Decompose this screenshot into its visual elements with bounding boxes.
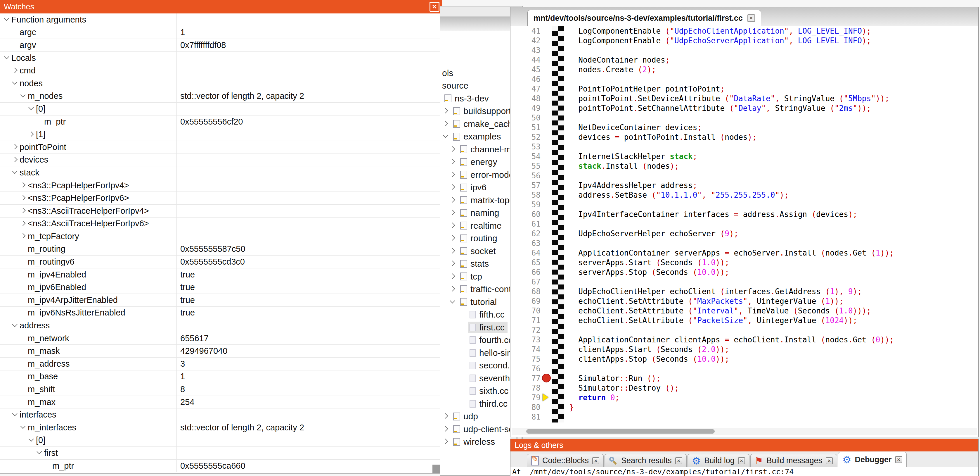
line-number[interactable]: 57: [511, 181, 550, 190]
tree-item-first-cc[interactable]: first.cc: [440, 321, 517, 334]
watch-row[interactable]: nodes: [0, 77, 442, 90]
line-number[interactable]: 47: [511, 85, 550, 93]
line-number[interactable]: 59: [511, 200, 550, 209]
logs-tab-code-blocks[interactable]: ✎Code::Blocks✕: [527, 454, 604, 467]
chevron-down-icon[interactable]: [11, 79, 19, 88]
line-number[interactable]: 41: [511, 27, 550, 35]
chevron-right-icon[interactable]: [449, 145, 460, 153]
tree-item-udp[interactable]: udp: [440, 410, 517, 423]
tree-item-udp-client-server[interactable]: udp-client-server: [440, 423, 517, 436]
line-number[interactable]: 76: [511, 364, 550, 373]
code-line[interactable]: 56: [511, 171, 978, 180]
line-number[interactable]: 54: [511, 152, 550, 161]
tree-item-energy[interactable]: energy: [440, 156, 517, 169]
line-number[interactable]: 78: [511, 383, 550, 392]
chevron-right-icon[interactable]: [442, 412, 453, 420]
code-line[interactable]: 58 address.SetBase ("10.1.1.0", "255.255…: [511, 190, 978, 200]
chevron-down-icon[interactable]: [28, 436, 36, 444]
chevron-right-icon[interactable]: [449, 285, 460, 293]
chevron-right-icon[interactable]: [449, 247, 460, 255]
close-icon[interactable]: ✕: [748, 14, 755, 22]
code-line[interactable]: 67: [511, 277, 978, 286]
logs-tab-build-log[interactable]: ⚙Build log✕: [687, 454, 749, 467]
close-icon[interactable]: ✕: [895, 456, 902, 463]
code-line[interactable]: 42 LogComponentEnable ("UdpEchoServerApp…: [511, 36, 978, 45]
chevron-down-icon[interactable]: [11, 168, 19, 177]
line-number[interactable]: 43: [511, 46, 550, 55]
chevron-right-icon[interactable]: [11, 143, 19, 151]
tree-item-third-cc[interactable]: third.cc: [440, 397, 517, 410]
chevron-down-icon[interactable]: [3, 16, 11, 24]
watch-row[interactable]: [0]: [0, 434, 442, 447]
tree-item-realtime[interactable]: realtime: [440, 219, 517, 232]
tree-item-examples[interactable]: examples: [440, 130, 517, 143]
code-line[interactable]: 74 clientApps.Start (Seconds (2.0));: [511, 344, 978, 354]
tree-item-traffic-control[interactable]: traffic-control: [440, 283, 517, 296]
watch-row[interactable]: m_tcpFactory: [0, 230, 442, 243]
chevron-down-icon[interactable]: [19, 92, 28, 100]
chevron-right-icon[interactable]: [19, 207, 28, 215]
line-number[interactable]: 64: [511, 249, 550, 257]
chevron-right-icon[interactable]: [19, 194, 28, 202]
watch-row[interactable]: argv0x7fffffffdf08: [0, 39, 442, 52]
line-number[interactable]: 62: [511, 229, 550, 238]
line-number[interactable]: 48: [511, 94, 550, 103]
watch-row[interactable]: Locals: [0, 52, 442, 65]
chevron-right-icon[interactable]: [442, 438, 453, 446]
code-line[interactable]: 46: [511, 74, 978, 84]
line-number[interactable]: 75: [511, 355, 550, 363]
tree-item-second-cc[interactable]: second.cc: [440, 359, 517, 372]
watch-row[interactable]: address: [0, 319, 442, 332]
tree-item-tcp[interactable]: tcp: [440, 270, 517, 283]
line-number[interactable]: 72: [511, 326, 550, 334]
line-number[interactable]: 71: [511, 316, 550, 325]
watch-row[interactable]: m_ptr0x55555556cf20: [0, 115, 442, 128]
chevron-right-icon[interactable]: [449, 171, 460, 179]
tree-item-stats[interactable]: stats: [440, 257, 517, 270]
code-line[interactable]: 60 Ipv4InterfaceContainer interfaces = a…: [511, 209, 978, 219]
chevron-right-icon[interactable]: [449, 209, 460, 217]
line-number[interactable]: 52: [511, 133, 550, 142]
code-line[interactable]: 66 serverApps.Stop (Seconds (10.0));: [511, 267, 978, 277]
watch-row[interactable]: m_max254: [0, 396, 442, 409]
line-number[interactable]: 70: [511, 307, 550, 315]
tree-item-ipv6[interactable]: ipv6: [440, 181, 517, 194]
watch-row[interactable]: <ns3::AsciiTraceHelperForIpv4>: [0, 204, 442, 217]
chevron-right-icon[interactable]: [442, 107, 453, 115]
code-line[interactable]: 78 Simulator::Destroy ();: [511, 383, 978, 393]
watch-row[interactable]: m_interfacesstd::vector of length 2, cap…: [0, 421, 442, 434]
watch-row[interactable]: m_routingv60x5555555cd3c0: [0, 256, 442, 268]
line-number[interactable]: 45: [511, 65, 550, 74]
watch-row[interactable]: m_ipv6NsRsJitterEnabledtrue: [0, 307, 442, 319]
chevron-right-icon[interactable]: [449, 196, 460, 204]
tree-item-matrix-topology[interactable]: matrix-topology: [440, 194, 517, 207]
logs-titlebar[interactable]: Logs & others: [511, 439, 978, 452]
close-icon[interactable]: ✕: [592, 457, 599, 464]
tree-item-socket[interactable]: socket: [440, 245, 517, 257]
chevron-down-icon[interactable]: [3, 54, 11, 62]
watch-row[interactable]: m_nodesstd::vector of length 2, capacity…: [0, 90, 442, 103]
line-number[interactable]: 46: [511, 75, 550, 84]
logs-tab-debugger[interactable]: ⚙Debugger✕: [838, 452, 907, 467]
watch-row[interactable]: Function arguments: [0, 13, 442, 26]
editor-tab-first-cc[interactable]: mnt/dev/tools/source/ns-3-dev/examples/t…: [527, 10, 761, 26]
line-number[interactable]: 80: [511, 403, 550, 412]
logs-tab-search-results[interactable]: Search results✕: [605, 454, 687, 467]
chevron-right-icon[interactable]: [19, 181, 28, 190]
code-line[interactable]: 62 UdpEchoServerHelper echoServer (9);: [511, 228, 978, 238]
code-line[interactable]: 69 echoClient.SetAttribute ("MaxPackets"…: [511, 296, 978, 306]
chevron-down-icon[interactable]: [11, 322, 19, 330]
code-line[interactable]: 81: [511, 412, 978, 422]
logs-tab-build-messages[interactable]: ⚑Build messages✕: [750, 454, 837, 467]
tree-item-sixth-cc[interactable]: sixth.cc: [440, 385, 517, 398]
line-number[interactable]: 61: [511, 220, 550, 228]
tree-item-seventh-cc[interactable]: seventh.cc: [440, 372, 517, 385]
code-line[interactable]: 77 Simulator::Run ();: [511, 373, 978, 383]
tree-item-source[interactable]: source: [440, 80, 517, 93]
watch-row[interactable]: stack: [0, 166, 442, 179]
code-line[interactable]: 61: [511, 219, 978, 228]
tree-item-fourth-cc[interactable]: fourth.cc: [440, 334, 517, 347]
tree-item-ols[interactable]: ols: [440, 67, 517, 80]
tree-item-cmake-cache[interactable]: cmake_cache: [440, 118, 517, 130]
chevron-down-icon[interactable]: [19, 423, 28, 431]
